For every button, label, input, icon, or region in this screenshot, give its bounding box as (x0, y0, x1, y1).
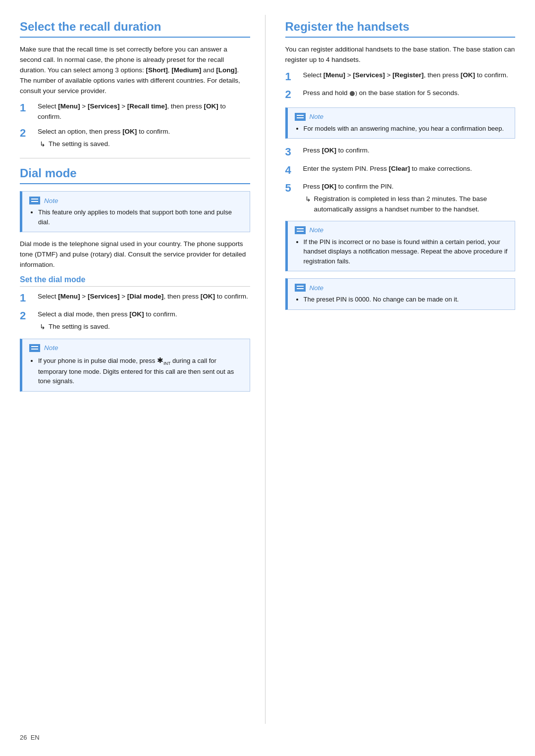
press-hold-symbol (350, 91, 355, 96)
register-step-5: Press [OK] to confirm the PIN. Registrat… (285, 182, 516, 215)
recall-duration-intro: Make sure that the recall time is set co… (20, 45, 250, 97)
register-note1-icon (295, 113, 306, 121)
dial-mode-steps: Select [Menu] > [Services] > [Dial mode]… (20, 292, 250, 333)
register-note3-item-1: The preset PIN is 0000. No change can be… (304, 295, 508, 304)
page-number: 26 (20, 734, 27, 741)
note2-item-1: If your phone is in pulse dial mode, pre… (38, 355, 243, 386)
recall-step-1: Select [Menu] > [Services] > [Recall tim… (20, 101, 250, 122)
register-note1: Note For models with an answering machin… (285, 107, 516, 139)
register-note1-item-1: For models with an answering machine, yo… (304, 124, 508, 134)
register-note3-content: The preset PIN is 0000. No change can be… (295, 295, 508, 304)
register-note2-content: If the PIN is incorrect or no base is fo… (295, 237, 508, 266)
register-handsets-intro: You can register additional handsets to … (285, 45, 516, 65)
register-note3-header: Note (295, 284, 508, 292)
note1-content: This feature only applies to models that… (29, 207, 243, 227)
register-note1-content: For models with an answering machine, yo… (295, 124, 508, 134)
dial-mode-step-2-result: The setting is saved. (40, 322, 250, 333)
dial-mode-step-1: Select [Menu] > [Services] > [Dial mode]… (20, 292, 250, 304)
dial-mode-note1: Note This feature only applies to models… (20, 191, 250, 232)
recall-step-2: Select an option, then press [OK] to con… (20, 127, 250, 150)
register-note3-label: Note (310, 284, 324, 292)
note2-header: Note (29, 344, 243, 352)
register-step-5-result: Registration is completed in less than 2… (305, 194, 516, 215)
set-dial-mode-title: Set the dial mode (20, 275, 250, 287)
recall-steps: Select [Menu] > [Services] > [Recall tim… (20, 101, 250, 150)
divider-1 (20, 158, 250, 158)
note1-icon (29, 197, 40, 204)
register-note3-icon (295, 284, 306, 292)
register-note1-label: Note (310, 113, 324, 120)
page: Select the recall duration Make sure tha… (0, 0, 535, 756)
dial-mode-step-2: Select a dial mode, then press [OK] to c… (20, 309, 250, 333)
register-note2-icon (295, 226, 306, 234)
page-lang: EN (31, 734, 40, 741)
register-handsets-title: Register the handsets (285, 20, 516, 38)
note1-item-1: This feature only applies to models that… (38, 207, 243, 227)
note2-icon (29, 344, 40, 352)
register-steps-2: Press [OK] to confirm. Enter the system … (285, 146, 516, 215)
dial-mode-note2: Note If your phone is in pulse dial mode… (20, 339, 250, 392)
dial-mode-intro: Dial mode is the telephone signal used i… (20, 239, 250, 270)
recall-duration-title: Select the recall duration (20, 20, 250, 38)
page-footer: 26 EN (20, 734, 515, 741)
register-steps-1: Select [Menu] > [Services] > [Register],… (285, 70, 516, 101)
left-column: Select the recall duration Make sure tha… (20, 15, 266, 724)
register-step-4: Enter the system PIN. Press [Clear] to m… (285, 164, 516, 177)
note2-label: Note (44, 344, 58, 352)
note1-header: Note (29, 197, 243, 204)
register-step-2: Press and hold ) on the base station for… (285, 88, 516, 101)
register-note1-header: Note (295, 113, 508, 121)
note1-label: Note (44, 197, 58, 204)
register-step-1: Select [Menu] > [Services] > [Register],… (285, 70, 516, 83)
right-column: Register the handsets You can register a… (280, 15, 516, 724)
register-note2-item-1: If the PIN is incorrect or no base is fo… (304, 237, 508, 266)
register-step-3: Press [OK] to confirm. (285, 146, 516, 158)
register-note3: Note The preset PIN is 0000. No change c… (285, 278, 516, 310)
dial-mode-title: Dial mode (20, 166, 250, 184)
register-note2: Note If the PIN is incorrect or no base … (285, 221, 516, 272)
register-note2-label: Note (310, 226, 324, 234)
register-note2-header: Note (295, 226, 508, 234)
note2-content: If your phone is in pulse dial mode, pre… (29, 355, 243, 386)
recall-step-2-result: The setting is saved. (40, 139, 250, 150)
